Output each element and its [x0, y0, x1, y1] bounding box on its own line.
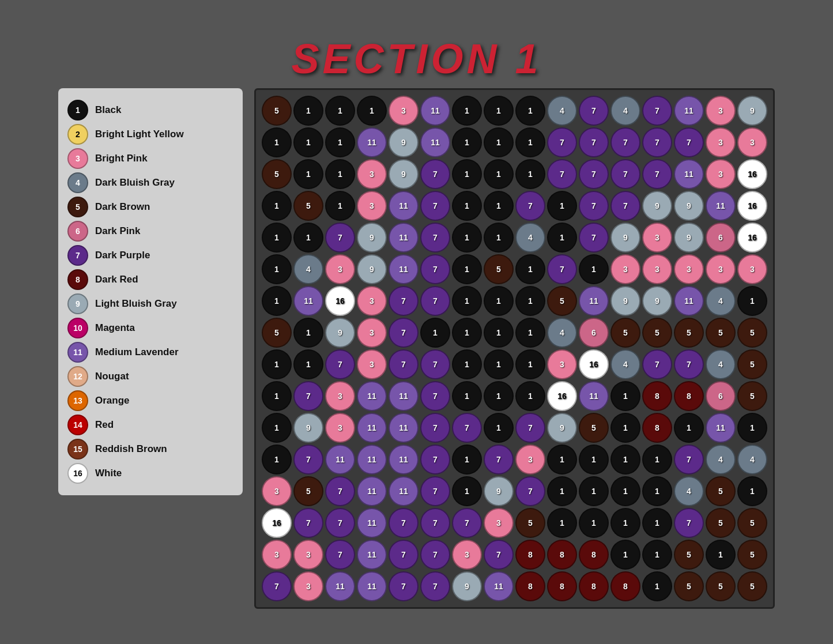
grid-cell-3-15: 16: [737, 191, 767, 221]
grid-cell-6-2: 16: [325, 286, 355, 316]
legend-item-15: 15Reddish Brown: [67, 439, 233, 460]
legend-label-16: White: [95, 468, 122, 479]
grid-cell-2-4: 9: [389, 159, 419, 189]
grid-cell-13-7: 3: [484, 508, 514, 538]
grid-cell-6-1: 11: [293, 286, 323, 316]
grid-cell-12-4: 11: [389, 476, 419, 506]
grid-cell-15-9: 8: [547, 571, 577, 601]
grid-cell-3-6: 1: [452, 191, 482, 221]
grid-cell-1-8: 1: [515, 127, 545, 157]
grid-cell-6-7: 1: [484, 286, 514, 316]
grid-cell-8-9: 3: [547, 349, 577, 379]
grid-cell-1-1: 1: [293, 127, 323, 157]
grid-cell-10-12: 8: [642, 413, 672, 443]
grid-cell-15-10: 8: [579, 571, 609, 601]
legend-label-3: Bright Pink: [95, 153, 148, 164]
grid-cell-14-13: 5: [674, 540, 704, 570]
grid-cell-12-6: 1: [452, 476, 482, 506]
grid-cell-3-11: 7: [610, 191, 640, 221]
grid-cell-5-5: 7: [420, 254, 450, 284]
grid-cell-0-2: 1: [325, 96, 355, 126]
grid-cell-12-11: 1: [610, 476, 640, 506]
grid-cell-15-4: 7: [389, 571, 419, 601]
grid-cell-7-12: 5: [642, 318, 672, 348]
grid-cell-3-4: 11: [389, 191, 419, 221]
grid-cell-8-15: 5: [737, 349, 767, 379]
grid-cell-1-3: 11: [357, 127, 387, 157]
color-grid: 5111311111474711391111191111177777335113…: [262, 96, 767, 601]
grid-cell-8-2: 7: [325, 349, 355, 379]
grid-cell-13-8: 5: [515, 508, 545, 538]
grid-cell-11-7: 7: [484, 445, 514, 474]
grid-cell-9-1: 7: [293, 381, 323, 411]
grid-cell-14-1: 3: [293, 540, 323, 570]
grid-cell-11-2: 11: [325, 445, 355, 474]
legend-circle-8: 8: [67, 269, 88, 290]
legend-label-4: Dark Bluish Gray: [95, 177, 175, 189]
grid-cell-8-13: 7: [674, 349, 704, 379]
grid-cell-8-0: 1: [262, 349, 292, 379]
grid-cell-15-5: 7: [420, 571, 450, 601]
grid-cell-2-0: 5: [262, 159, 292, 189]
grid-cell-8-11: 4: [610, 349, 640, 379]
grid-cell-8-14: 4: [706, 349, 736, 379]
grid-cell-5-14: 3: [706, 254, 736, 284]
legend-circle-3: 3: [67, 148, 88, 169]
grid-cell-10-8: 7: [515, 413, 545, 443]
grid-cell-14-8: 8: [515, 540, 545, 570]
legend-circle-7: 7: [67, 245, 88, 266]
grid-cell-3-13: 9: [674, 191, 704, 221]
grid-cell-5-8: 1: [515, 254, 545, 284]
grid-cell-1-12: 7: [642, 127, 672, 157]
grid-cell-3-3: 3: [357, 191, 387, 221]
grid-cell-2-3: 3: [357, 159, 387, 189]
grid-cell-12-3: 11: [357, 476, 387, 506]
grid-cell-2-10: 7: [579, 159, 609, 189]
grid-cell-9-12: 8: [642, 381, 672, 411]
grid-cell-6-5: 7: [420, 286, 450, 316]
grid-cell-10-15: 1: [737, 413, 767, 443]
legend-circle-10: 10: [67, 318, 88, 338]
grid-cell-15-12: 1: [642, 571, 672, 601]
grid-cell-3-8: 7: [515, 191, 545, 221]
legend-item-6: 6Dark Pink: [67, 221, 233, 242]
grid-cell-2-14: 3: [706, 159, 736, 189]
legend-circle-4: 4: [67, 172, 88, 193]
grid-cell-5-12: 3: [642, 254, 672, 284]
grid-cell-11-6: 1: [452, 445, 482, 474]
legend-label-2: Bright Light Yellow: [95, 129, 184, 140]
grid-cell-3-2: 1: [325, 191, 355, 221]
legend-item-12: 12Nougat: [67, 366, 233, 387]
grid-cell-9-5: 7: [420, 381, 450, 411]
legend-item-13: 13Orange: [67, 390, 233, 411]
grid-cell-11-10: 1: [579, 445, 609, 474]
grid-cell-10-10: 5: [579, 413, 609, 443]
legend-circle-12: 12: [67, 366, 88, 387]
grid-cell-12-10: 1: [579, 476, 609, 506]
grid-cell-10-0: 1: [262, 413, 292, 443]
legend-item-10: 10Magenta: [67, 318, 233, 338]
grid-cell-0-15: 9: [737, 96, 767, 126]
grid-cell-0-9: 4: [547, 96, 577, 126]
grid-cell-11-1: 7: [293, 445, 323, 474]
grid-cell-13-3: 11: [357, 508, 387, 538]
grid-cell-4-12: 3: [642, 223, 672, 253]
legend-label-15: Reddish Brown: [95, 443, 167, 455]
grid-cell-4-7: 1: [484, 223, 514, 253]
grid-cell-5-10: 1: [579, 254, 609, 284]
grid-cell-11-12: 1: [642, 445, 672, 474]
legend-label-11: Medium Lavender: [95, 347, 179, 358]
grid-cell-0-0: 5: [262, 96, 292, 126]
grid-cell-2-12: 7: [642, 159, 672, 189]
grid-cell-0-6: 1: [452, 96, 482, 126]
grid-cell-3-7: 1: [484, 191, 514, 221]
grid-cell-6-9: 5: [547, 286, 577, 316]
grid-cell-4-1: 1: [293, 223, 323, 253]
legend-item-1: 1Black: [67, 100, 233, 120]
grid-cell-3-10: 7: [579, 191, 609, 221]
grid-cell-5-7: 5: [484, 254, 514, 284]
legend-circle-5: 5: [67, 197, 88, 217]
grid-cell-14-10: 8: [579, 540, 609, 570]
grid-cell-6-12: 9: [642, 286, 672, 316]
grid-cell-6-13: 11: [674, 286, 704, 316]
